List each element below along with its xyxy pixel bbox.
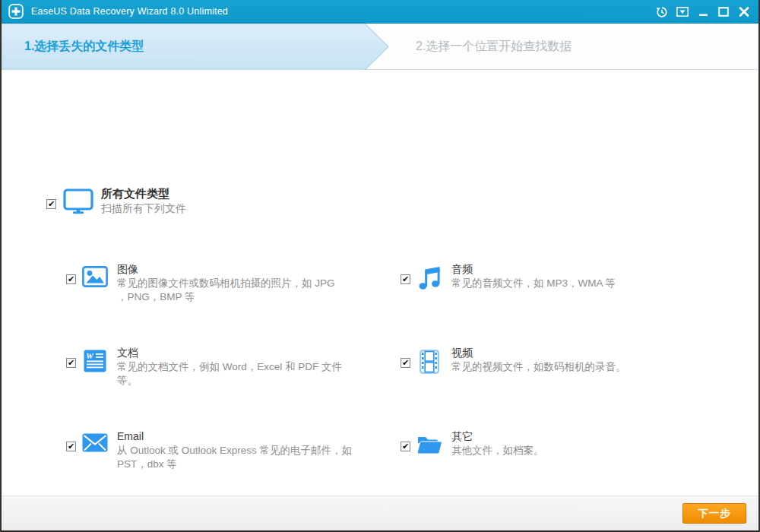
- file-type-item-images: 图像 常见的图像文件或数码相机拍摄的照片，如 JPG ，PNG，BMP 等: [66, 262, 374, 303]
- other-checkbox[interactable]: [401, 442, 410, 451]
- all-types-title: 所有文件类型: [101, 186, 186, 201]
- wizard-step-bar: 1.选择丢失的文件类型 2.选择一个位置开始查找数据: [2, 24, 758, 70]
- app-logo-icon: [8, 4, 24, 19]
- window-controls: [655, 0, 751, 24]
- file-type-item-video: 视频 常见的视频文件，如数码相机的录音。: [401, 346, 708, 374]
- file-type-item-audio: 音频 常见的音频文件，如 MP3，WMA 等: [401, 262, 708, 290]
- window-menu-icon[interactable]: [676, 5, 689, 19]
- footer-bar: 下一步: [2, 496, 758, 530]
- next-button[interactable]: 下一步: [682, 503, 746, 524]
- email-icon: [81, 433, 109, 452]
- item-title: 其它: [451, 429, 708, 443]
- step-2-tab: 2.选择一个位置开始查找数据: [416, 24, 572, 70]
- item-title: 音频: [451, 262, 708, 276]
- video-checkbox[interactable]: [401, 358, 410, 368]
- item-title: 文档: [117, 346, 374, 359]
- all-types-desc: 扫描所有下列文件: [101, 201, 186, 215]
- minimize-icon[interactable]: [696, 5, 710, 19]
- file-type-item-email: Email 从 Outlook 或 Outlook Express 常见的电子邮…: [66, 429, 374, 470]
- file-type-item-documents: W 文档 常见的文档文件，例如 Word，Excel 和 PDF 文件 等。: [66, 346, 374, 387]
- item-desc: 从 Outlook 或 Outlook Express 常见的电子邮件，如 PS…: [117, 444, 374, 470]
- file-type-item-other: 其它 其他文件，如档案。: [401, 429, 708, 458]
- audio-checkbox[interactable]: [401, 274, 410, 284]
- item-desc: 常见的文档文件，例如 Word，Excel 和 PDF 文件 等。: [117, 360, 374, 387]
- item-desc: 常见的图像文件或数码相机拍摄的照片，如 JPG ，PNG，BMP 等: [117, 277, 374, 303]
- history-icon[interactable]: [655, 5, 669, 19]
- item-title: 视频: [451, 346, 708, 359]
- close-icon[interactable]: [737, 5, 751, 19]
- item-desc: 常见的视频文件，如数码相机的录音。: [451, 360, 708, 374]
- document-icon: W: [81, 350, 109, 372]
- audio-icon: [416, 266, 443, 290]
- email-checkbox[interactable]: [66, 442, 76, 451]
- folder-icon: [416, 433, 443, 454]
- maximize-icon[interactable]: [717, 5, 730, 19]
- all-file-types-row: 所有文件类型 扫描所有下列文件: [46, 186, 186, 217]
- item-desc: 常见的音频文件，如 MP3，WMA 等: [451, 277, 708, 290]
- all-types-checkbox[interactable]: [46, 199, 56, 209]
- step-1-tab[interactable]: 1.选择丢失的文件类型: [24, 24, 144, 70]
- images-checkbox[interactable]: [66, 274, 76, 284]
- video-icon: [416, 350, 443, 374]
- app-window: EaseUS Data Recovery Wizard 8.0 Unlimite…: [0, 0, 760, 532]
- titlebar: EaseUS Data Recovery Wizard 8.0 Unlimite…: [2, 0, 758, 24]
- item-desc: 其他文件，如档案。: [451, 444, 708, 458]
- monitor-icon: [63, 188, 93, 217]
- documents-checkbox[interactable]: [66, 358, 76, 368]
- item-title: 图像: [117, 262, 374, 276]
- window-title: EaseUS Data Recovery Wizard 8.0 Unlimite…: [31, 6, 228, 17]
- file-type-selection-panel: 所有文件类型 扫描所有下列文件 图像 常见的图像文件或数码相机拍摄的照片，如 J…: [2, 71, 758, 496]
- svg-text:W: W: [86, 351, 94, 360]
- item-title: Email: [117, 429, 374, 443]
- image-icon: [81, 266, 109, 287]
